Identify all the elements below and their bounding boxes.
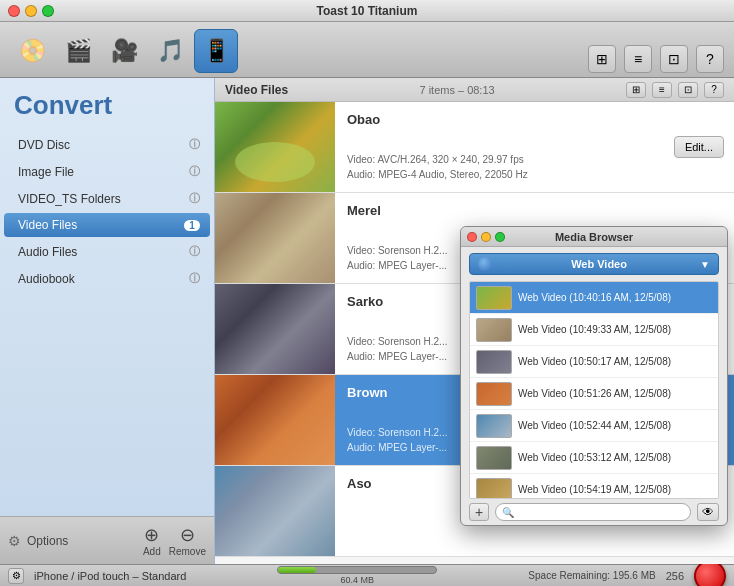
add-label: Add: [143, 546, 161, 557]
sidebar-item-audiobook-info: ⓘ: [189, 271, 200, 286]
maximize-button[interactable]: [42, 5, 54, 17]
progress-bar: [277, 566, 437, 574]
device-settings-btn[interactable]: ⚙: [8, 568, 24, 584]
close-button[interactable]: [8, 5, 20, 17]
remove-label: Remove: [169, 546, 206, 557]
file-thumb-sarko: [215, 284, 335, 374]
sidebar-item-dvd-right: ⓘ: [189, 137, 200, 152]
sidebar-item-image[interactable]: Image File ⓘ: [4, 159, 210, 184]
traffic-lights: [8, 5, 54, 17]
mb-list-item-3[interactable]: Web Video (10:51:26 AM, 12/5/08): [470, 378, 718, 410]
action-btn[interactable]: ⊡: [660, 45, 688, 73]
sidebar-item-dvd-info: ⓘ: [189, 137, 200, 152]
toolbar-copy-btn[interactable]: 📀: [10, 29, 54, 73]
mb-item-label-4: Web Video (10:52:44 AM, 12/5/08): [518, 420, 671, 431]
minimize-button[interactable]: [25, 5, 37, 17]
app-body: 📀 🎬 🎥 🎵 📱 ⊞ ≡ ⊡ ? Convert DVD Disc: [0, 22, 734, 586]
panel-title: Video Files: [225, 83, 288, 97]
mb-thumb-4: [476, 414, 512, 438]
mb-list: Web Video (10:40:16 AM, 12/5/08) Web Vid…: [469, 281, 719, 499]
progress-area: 60.4 MB: [196, 566, 518, 585]
mb-traffic-lights: [467, 232, 505, 242]
help-btn[interactable]: ?: [696, 45, 724, 73]
toolbar-audio-btn[interactable]: 🎵: [148, 29, 192, 73]
file-name-obao: Obao: [347, 112, 662, 127]
file-info-obao: Obao Video: AVC/H.264, 320 × 240, 29.97 …: [335, 102, 674, 192]
photos-icon: 🎥: [111, 38, 138, 64]
mb-search-bar: 🔍: [495, 503, 691, 521]
mb-thumb-0: [476, 286, 512, 310]
toolbar: 📀 🎬 🎥 🎵 📱 ⊞ ≡ ⊡ ?: [0, 22, 734, 78]
progress-label: 60.4 MB: [341, 575, 375, 585]
sidebar-item-dvd[interactable]: DVD Disc ⓘ: [4, 132, 210, 157]
column-view-btn[interactable]: ≡: [624, 45, 652, 73]
mb-thumb-3: [476, 382, 512, 406]
list-view-btn[interactable]: ⊞: [588, 45, 616, 73]
mb-item-label-6: Web Video (10:54:19 AM, 12/5/08): [518, 484, 671, 495]
device-label: iPhone / iPod touch – Standard: [34, 570, 186, 582]
remove-icon: ⊖: [180, 524, 195, 546]
remove-button[interactable]: ⊖ Remove: [169, 524, 206, 557]
mb-list-item-4[interactable]: Web Video (10:52:44 AM, 12/5/08): [470, 410, 718, 442]
mb-titlebar: Media Browser: [461, 227, 727, 247]
mb-zoom-btn[interactable]: [495, 232, 505, 242]
add-button[interactable]: ⊕ Add: [143, 524, 161, 557]
mb-bottom: + 🔍 👁: [461, 499, 727, 525]
sidebar-item-audio-label: Audio Files: [18, 245, 77, 259]
sidebar-item-dvd-label: DVD Disc: [18, 138, 70, 152]
panel-header: Video Files 7 items – 08:13 ⊞ ≡ ⊡ ?: [215, 78, 734, 102]
mb-list-item-6[interactable]: Web Video (10:54:19 AM, 12/5/08): [470, 474, 718, 499]
sidebar-item-audio-right: ⓘ: [189, 244, 200, 259]
file-thumb-obao: [215, 102, 335, 192]
mb-list-item-5[interactable]: Web Video (10:53:12 AM, 12/5/08): [470, 442, 718, 474]
panel-controls: ⊞ ≡ ⊡ ?: [626, 82, 724, 98]
ipod-icon: 📱: [203, 38, 230, 64]
share-btn[interactable]: ⊡: [678, 82, 698, 98]
mb-item-label-0: Web Video (10:40:16 AM, 12/5/08): [518, 292, 671, 303]
grid-view-btn[interactable]: ⊞: [626, 82, 646, 98]
add-icon: ⊕: [144, 524, 159, 546]
progress-fill: [278, 567, 316, 573]
window-title: Toast 10 Titanium: [317, 4, 418, 18]
toolbar-photos-btn[interactable]: 🎥: [102, 29, 146, 73]
mb-close-btn[interactable]: [467, 232, 477, 242]
mb-eye-btn[interactable]: 👁: [697, 503, 719, 521]
sidebar-item-vts-info: ⓘ: [189, 191, 200, 206]
edit-btn-obao[interactable]: Edit...: [674, 136, 724, 158]
mb-list-item-2[interactable]: Web Video (10:50:17 AM, 12/5/08): [470, 346, 718, 378]
sidebar-item-vts[interactable]: VIDEO_TS Folders ⓘ: [4, 186, 210, 211]
sidebar-item-image-info: ⓘ: [189, 164, 200, 179]
mb-dropdown[interactable]: Web Video ▼: [469, 253, 719, 275]
mb-item-label-5: Web Video (10:53:12 AM, 12/5/08): [518, 452, 671, 463]
mb-thumb-5: [476, 446, 512, 470]
mb-add-btn[interactable]: +: [469, 503, 489, 521]
video-icon: 🎬: [65, 38, 92, 64]
sidebar-item-audiobook[interactable]: Audiobook ⓘ: [4, 266, 210, 291]
file-meta-obao: Video: AVC/H.264, 320 × 240, 29.97 fps A…: [347, 152, 662, 182]
mb-item-label-2: Web Video (10:50:17 AM, 12/5/08): [518, 356, 671, 367]
help-btn2[interactable]: ?: [704, 82, 724, 98]
sidebar: Convert DVD Disc ⓘ Image File ⓘ VIDEO_TS…: [0, 78, 215, 564]
main-panel: Video Files 7 items – 08:13 ⊞ ≡ ⊡ ? Obao: [215, 78, 734, 564]
mb-list-item-1[interactable]: Web Video (10:49:33 AM, 12/5/08): [470, 314, 718, 346]
sidebar-item-audio-info: ⓘ: [189, 244, 200, 259]
toolbar-video-btn[interactable]: 🎬: [56, 29, 100, 73]
sidebar-item-video[interactable]: Video Files 1: [4, 213, 210, 237]
file-item-obao[interactable]: Obao Video: AVC/H.264, 320 × 240, 29.97 …: [215, 102, 734, 193]
toolbar-ipod-btn[interactable]: 📱: [194, 29, 238, 73]
list-view-btn2[interactable]: ≡: [652, 82, 672, 98]
mb-list-item-0[interactable]: Web Video (10:40:16 AM, 12/5/08): [470, 282, 718, 314]
titlebar: Toast 10 Titanium: [0, 0, 734, 22]
sidebar-item-audiobook-right: ⓘ: [189, 271, 200, 286]
options-icon: ⚙: [8, 533, 21, 549]
sidebar-item-audio[interactable]: Audio Files ⓘ: [4, 239, 210, 264]
sidebar-item-video-label: Video Files: [18, 218, 77, 232]
mb-thumb-1: [476, 318, 512, 342]
search-icon: 🔍: [502, 507, 514, 518]
file-thumb-aso: [215, 466, 335, 556]
status-bar: ⚙ iPhone / iPod touch – Standard 60.4 MB…: [0, 564, 734, 586]
mb-globe-icon: [478, 257, 492, 271]
mb-window-title: Media Browser: [555, 231, 633, 243]
mb-minimize-btn[interactable]: [481, 232, 491, 242]
copy-disc-icon: 📀: [19, 38, 46, 64]
